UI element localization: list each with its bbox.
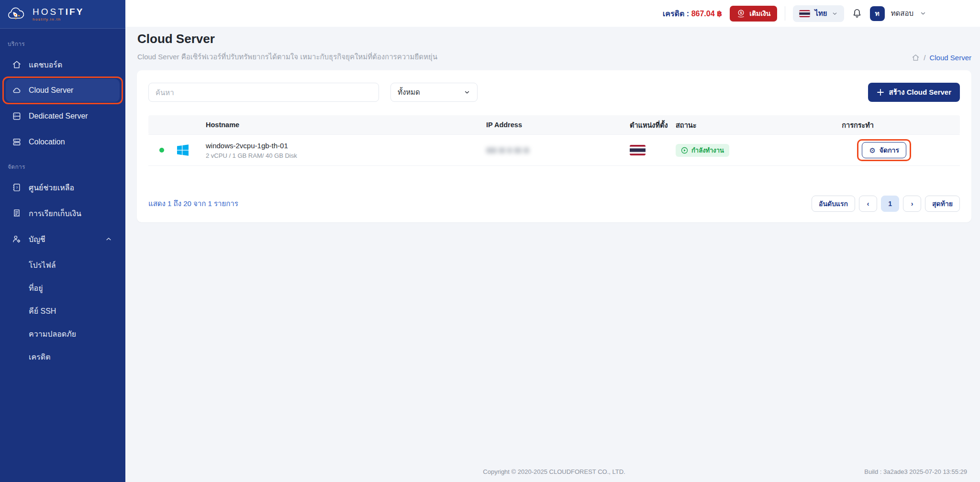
app-root: HOSTIFY hostify.in.th บริการ แดชบอร์ด Cl… <box>0 0 980 482</box>
brand-domain: hostify.in.th <box>33 18 84 22</box>
pagination-first-button[interactable]: อันดับแรก <box>812 196 855 212</box>
brand-logo[interactable]: HOSTIFY hostify.in.th <box>0 0 125 29</box>
sidebar-item-dashboard[interactable]: แดชบอร์ด <box>6 53 120 76</box>
user-name: ทดสอบ <box>891 8 913 19</box>
sidebar-item-label: แดชบอร์ด <box>29 59 62 71</box>
sidebar-item-account[interactable]: บัญชี <box>6 228 120 251</box>
sidebar-subitem-security[interactable]: ความปลอดภัย <box>6 322 120 345</box>
divider <box>785 6 785 21</box>
server-hostname: windows-2vcpu-1gb-th-01 <box>206 142 486 150</box>
notifications-bell-icon[interactable] <box>852 8 862 19</box>
pagination-summary: แสดง 1 ถึง 20 จาก 1 รายการ <box>148 198 238 209</box>
sidebar-item-billing[interactable]: การเรียกเก็บเงิน <box>6 202 120 225</box>
sidebar-item-dedicated-server[interactable]: Dedicated Server <box>6 105 120 128</box>
sidebar-item-help-center[interactable]: ? ศูนย์ช่วยเหลือ <box>6 176 120 199</box>
sidebar-item-label: Cloud Server <box>29 86 73 95</box>
copyright-text: Copyright © 2020-2025 CLOUDFOREST CO., L… <box>483 468 625 475</box>
pagination-prev-button[interactable]: ‹ <box>859 196 877 212</box>
home-icon <box>11 59 22 70</box>
column-header-hostname: Hostname <box>206 121 486 129</box>
chevron-up-icon <box>103 234 114 244</box>
sidebar-subitem-address[interactable]: ที่อยู่ <box>6 276 120 299</box>
table-row: windows-2vcpu-1gb-th-01 2 vCPU / 1 GB RA… <box>148 134 960 166</box>
breadcrumb-home-icon[interactable] <box>912 54 920 62</box>
language-label: ไทย <box>814 8 827 19</box>
column-header-status: สถานะ <box>676 120 834 131</box>
search-input[interactable] <box>148 83 379 102</box>
pagination-last-button[interactable]: สุดท้าย <box>925 196 960 212</box>
language-selector[interactable]: ไทย <box>793 5 844 22</box>
rack-icon <box>11 137 22 147</box>
page-subtitle: Cloud Server คือเซิร์ฟเวอร์ที่ปรับทรัพยา… <box>137 51 437 63</box>
sidebar-item-label: ศูนย์ช่วยเหลือ <box>29 182 74 194</box>
sidebar-item-colocation[interactable]: Colocation <box>6 131 120 153</box>
page-content: Cloud Server Cloud Server คือเซิร์ฟเวอร์… <box>125 27 980 482</box>
brand-name: HOSTIFY <box>33 7 84 16</box>
svg-text:$: $ <box>740 11 743 15</box>
pagination-next-button[interactable]: › <box>903 196 921 212</box>
sidebar-item-label: Dedicated Server <box>29 112 88 120</box>
server-specs: 2 vCPU / 1 GB RAM/ 40 GB Disk <box>206 152 486 159</box>
sidebar-nav: บริการ แดชบอร์ด Cloud Server Dedicated S… <box>0 29 125 368</box>
plus-icon <box>877 88 884 96</box>
list-toolbar: ทั้งหมด สร้าง Cloud Server <box>148 83 960 102</box>
gear-icon: ⚙ <box>869 147 875 154</box>
topbar: เครดิต : 867.04 ฿ $ เติมเงิน ไทย <box>125 0 980 27</box>
column-header-action: การกระทำ <box>842 120 960 131</box>
sidebar-item-cloud-server[interactable]: Cloud Server <box>6 79 120 102</box>
breadcrumb: / Cloud Server <box>912 54 971 63</box>
thailand-flag-icon <box>630 145 646 155</box>
svg-text:?: ? <box>16 186 18 190</box>
column-header-ip: IP Address <box>486 121 630 129</box>
chevron-down-icon <box>920 10 926 17</box>
page-header: Cloud Server Cloud Server คือเซิร์ฟเวอร์… <box>137 32 971 63</box>
sidebar-subitem-credit[interactable]: เครดิต <box>6 345 120 368</box>
nav-section-services: บริการ <box>6 33 120 53</box>
status-badge-running: กำลังทำงาน <box>676 144 729 157</box>
ip-address-redacted <box>486 147 630 153</box>
credit-balance: เครดิต : 867.04 ฿ <box>663 8 722 20</box>
sidebar-item-label: บัญชี <box>29 233 45 245</box>
chevron-down-icon <box>464 89 470 96</box>
coin-icon: $ <box>736 9 746 18</box>
sidebar: HOSTIFY hostify.in.th บริการ แดชบอร์ด Cl… <box>0 0 125 482</box>
play-circle-icon <box>681 147 688 154</box>
pagination: แสดง 1 ถึง 20 จาก 1 รายการ อันดับแรก ‹ 1… <box>148 196 960 212</box>
cloud-icon <box>11 85 22 96</box>
sidebar-item-label: Colocation <box>29 138 65 146</box>
column-header-location: ตำแหน่งที่ตั้ง <box>630 120 676 131</box>
status-filter-select[interactable]: ทั้งหมด <box>390 83 478 102</box>
chevron-down-icon <box>832 11 838 17</box>
page-title: Cloud Server <box>137 32 437 46</box>
breadcrumb-current[interactable]: Cloud Server <box>929 54 971 62</box>
sidebar-subitem-ssh-keys[interactable]: คีย์ SSH <box>6 299 120 322</box>
manage-button[interactable]: ⚙ จัดการ <box>862 142 906 158</box>
footer: Copyright © 2020-2025 CLOUDFOREST CO., L… <box>137 461 971 482</box>
invoice-icon <box>11 208 22 219</box>
avatar: ท <box>870 6 885 21</box>
credit-amount: 867.04 ฿ <box>691 10 723 18</box>
status-dot <box>159 148 164 153</box>
table-header-row: Hostname IP Address ตำแหน่งที่ตั้ง สถานะ… <box>148 115 960 134</box>
server-icon <box>11 111 22 121</box>
create-cloud-server-button[interactable]: สร้าง Cloud Server <box>868 83 960 102</box>
main-area: เครดิต : 867.04 ฿ $ เติมเงิน ไทย <box>125 0 980 482</box>
thai-flag-icon <box>799 10 810 17</box>
nav-section-manage: จัดการ <box>6 156 120 176</box>
windows-logo-icon <box>175 142 206 158</box>
help-book-icon: ? <box>11 182 22 193</box>
topup-button[interactable]: $ เติมเงิน <box>730 6 777 22</box>
filter-value: ทั้งหมด <box>398 87 420 98</box>
build-info: Build : 3a2ade3 2025-07-20 13:55:29 <box>864 468 967 475</box>
user-gear-icon <box>11 234 22 244</box>
server-list-card: ทั้งหมด สร้าง Cloud Server <box>137 70 971 222</box>
cloud-rocket-logo-icon <box>7 6 28 22</box>
sidebar-subitem-profile[interactable]: โปรไฟล์ <box>6 253 120 276</box>
sidebar-item-label: การเรียกเก็บเงิน <box>29 208 81 219</box>
pagination-page-1-button[interactable]: 1 <box>881 196 899 212</box>
user-menu[interactable]: ท ทดสอบ <box>870 6 926 21</box>
